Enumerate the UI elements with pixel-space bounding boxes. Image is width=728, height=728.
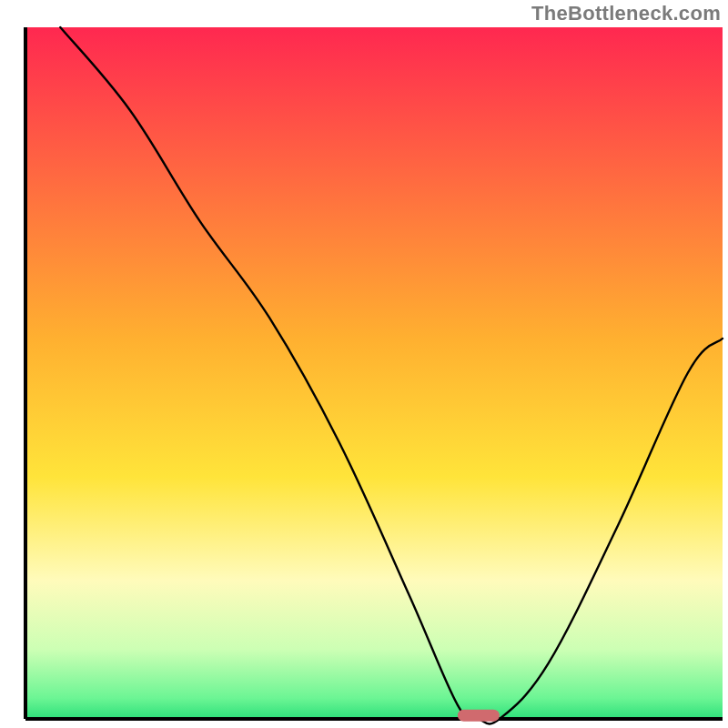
optimal-marker	[458, 710, 500, 722]
watermark-text: TheBottleneck.com	[531, 2, 721, 25]
svg-rect-0	[25, 27, 723, 719]
bottleneck-chart	[0, 0, 728, 728]
chart-container: TheBottleneck.com	[0, 0, 728, 728]
